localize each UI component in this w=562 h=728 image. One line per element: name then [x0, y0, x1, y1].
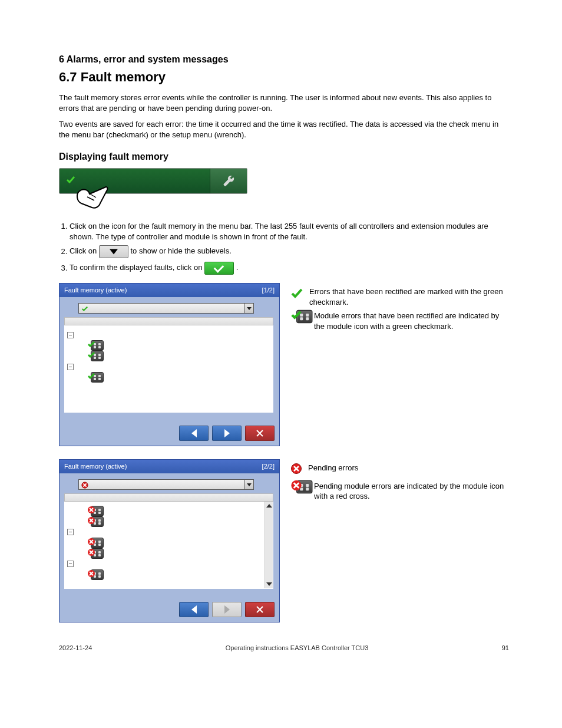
grid-header [64, 493, 273, 502]
footer-date: 2022-11-24 [59, 644, 92, 653]
arrow-right-icon [224, 605, 230, 614]
fault-memory-window-1: Fault memory (active) [1/2] [59, 283, 280, 446]
legend-text: Pending errors [308, 463, 509, 473]
tree-toggle[interactable] [67, 332, 74, 338]
window-title: Fault memory (active) [64, 462, 127, 471]
pointer-hand-icon [74, 183, 110, 210]
module-ok-icon [290, 309, 313, 325]
intro-paragraph-1: The fault memory stores error events whi… [59, 93, 509, 113]
arrow-right-icon [224, 429, 230, 437]
window-page-indicator: [2/2] [262, 462, 275, 471]
tree-toggle[interactable] [67, 561, 74, 567]
error-icon [290, 463, 302, 477]
wrench-icon [222, 174, 235, 187]
step-2: Click on to show or hide the sublevels. [70, 245, 509, 258]
module-error-icon [290, 479, 313, 495]
close-icon [256, 430, 263, 437]
confirm-button[interactable] [204, 262, 234, 275]
module-ok-icon [87, 372, 104, 383]
fault-tree [64, 502, 273, 589]
module-error-icon [87, 548, 104, 559]
grid-header [64, 317, 273, 325]
module-error-icon [87, 516, 104, 527]
subheading: Displaying fault memory [59, 150, 509, 163]
dropdown-status-ok-icon [81, 305, 88, 315]
expand-collapse-button[interactable] [99, 245, 128, 258]
intro-paragraph-2: Two events are saved for each error: the… [59, 119, 509, 140]
super-heading: 6 Alarms, error and system messages [59, 53, 509, 66]
fault-tree [64, 325, 273, 413]
module-ok-icon [87, 351, 104, 361]
close-icon [256, 606, 263, 613]
page-heading: 6.7 Fault memory [59, 68, 509, 86]
module-ok-icon [87, 340, 104, 351]
arrow-left-icon [191, 429, 197, 437]
scrollbar[interactable] [265, 502, 273, 588]
page-footer: 2022-11-24 Operating instructions EASYLA… [59, 644, 509, 653]
fault-filter-dropdown[interactable] [78, 479, 254, 490]
steps-list: Click on the icon for the fault memory i… [70, 221, 509, 275]
footer-doc-title: Operating instructions EASYLAB Controlle… [226, 644, 369, 653]
window-title: Fault memory (active) [64, 286, 127, 295]
fault-filter-dropdown[interactable] [78, 303, 254, 314]
dropdown-arrow-icon [244, 480, 253, 489]
module-error-icon [87, 506, 104, 516]
tree-toggle[interactable] [67, 364, 74, 370]
tree-toggle[interactable] [67, 529, 74, 535]
next-button-disabled [212, 602, 242, 617]
legend-text: Pending module errors are indicated by t… [314, 481, 509, 502]
step-1: Click on the icon for the fault memory i… [70, 221, 509, 242]
dropdown-arrow-icon [244, 304, 253, 313]
footer-page-number: 91 [502, 644, 509, 653]
close-button[interactable] [245, 426, 275, 441]
dropdown-status-error-icon [81, 481, 88, 492]
fault-memory-window-2: Fault memory (active) [2/2] [59, 459, 280, 622]
module-error-icon [87, 538, 104, 548]
legend-text: Errors that have been rectified are mark… [309, 286, 509, 307]
legend-text: Module errors that have been rectified a… [314, 311, 509, 331]
previous-button[interactable] [179, 426, 209, 441]
close-button[interactable] [245, 602, 275, 617]
previous-button[interactable] [179, 602, 209, 617]
check-icon [290, 286, 303, 302]
step-3: To confirm the displayed faults, click o… [70, 262, 509, 275]
arrow-left-icon [191, 605, 197, 614]
next-button[interactable] [212, 426, 242, 441]
module-error-icon [87, 569, 104, 580]
window-page-indicator: [1/2] [262, 286, 275, 295]
